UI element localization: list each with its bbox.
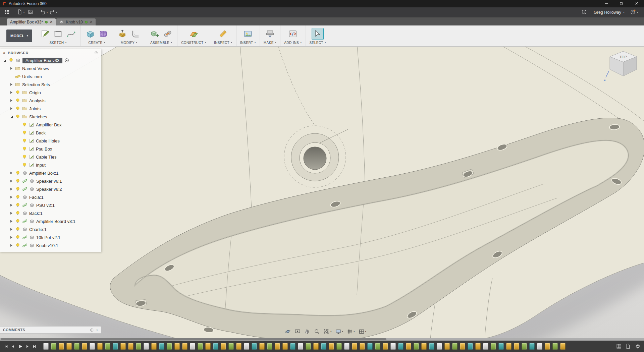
restore-button[interactable] — [614, 0, 629, 7]
ribbon-menu-sketch[interactable]: SKETCH▾ — [49, 41, 66, 45]
timeline-feature-extrude[interactable] — [59, 343, 64, 350]
timeline-feature-sketch[interactable] — [336, 343, 342, 350]
bulb-icon[interactable] — [22, 154, 27, 160]
timeline-feature-joint[interactable] — [498, 343, 504, 350]
minimize-button[interactable] — [599, 0, 614, 7]
browser-root-item[interactable]: Amplifier Box v33 — [0, 56, 101, 64]
timeline-feature-sketch[interactable] — [414, 343, 419, 350]
comments-bar[interactable]: COMMENTS › — [0, 326, 101, 334]
timeline-option-doc-icon[interactable] — [625, 343, 631, 349]
form-button[interactable] — [98, 28, 109, 40]
timeline-feature-component[interactable] — [437, 343, 442, 350]
timeline-feature-extrude[interactable] — [120, 343, 126, 350]
timeline-feature-component[interactable] — [344, 343, 350, 350]
bulb-icon[interactable] — [15, 243, 20, 248]
expander-icon[interactable] — [9, 115, 13, 119]
bulb-icon[interactable] — [22, 162, 27, 168]
decal-button[interactable] — [242, 28, 254, 40]
timeline-feature-component[interactable] — [298, 343, 303, 350]
bulb-icon[interactable] — [15, 170, 20, 176]
timeline-feature-joint[interactable] — [159, 343, 164, 350]
timeline-feature-extrude[interactable] — [360, 343, 365, 350]
browser-item-facia-1[interactable]: Facia:1 — [0, 193, 101, 201]
new-component-button[interactable] — [149, 28, 160, 40]
timeline-feature-joint[interactable] — [113, 343, 118, 350]
fillet-button[interactable] — [130, 28, 141, 40]
timeline-feature-extrude[interactable] — [128, 343, 133, 350]
timeline-feature-joint[interactable] — [367, 343, 373, 350]
browser-item-cable-holes[interactable]: Cable Holes — [0, 137, 101, 145]
timeline-feature-extrude[interactable] — [66, 343, 72, 350]
timeline-feature-extrude[interactable] — [383, 343, 388, 350]
bulb-icon[interactable] — [22, 122, 27, 127]
timeline-feature-extrude[interactable] — [460, 343, 465, 350]
timeline-feature-extrude[interactable] — [282, 343, 288, 350]
timeline-feature-sketch[interactable] — [267, 343, 272, 350]
timeline-feature-sketch[interactable] — [522, 343, 527, 350]
plane-button[interactable] — [188, 28, 200, 40]
close-button[interactable] — [629, 0, 644, 7]
collapse-panel-icon[interactable]: « — [3, 51, 5, 55]
timeline-option-grid-icon[interactable] — [616, 343, 622, 349]
browser-item-psu-v2-1[interactable]: PSU v2:1 — [0, 201, 101, 209]
timeline-feature-sketch[interactable] — [198, 343, 203, 350]
timeline-feature-component[interactable] — [144, 343, 149, 350]
browser-item-input[interactable]: Input — [0, 161, 101, 169]
timeline-settings-gear-icon[interactable] — [634, 342, 641, 350]
timeline-play-button[interactable] — [17, 342, 24, 350]
bulb-icon[interactable] — [22, 138, 27, 143]
expander-icon[interactable] — [9, 219, 13, 223]
timeline-feature-extrude[interactable] — [406, 343, 411, 350]
orbit-button[interactable] — [283, 328, 292, 335]
browser-item-back[interactable]: Back — [0, 129, 101, 137]
timeline-feature-joint[interactable] — [290, 343, 296, 350]
timeline-feature-extrude[interactable] — [275, 343, 280, 350]
add-comment-icon[interactable] — [90, 328, 94, 332]
timeline-feature-extrude[interactable] — [514, 343, 519, 350]
browser-item-analysis[interactable]: Analysis — [0, 97, 101, 105]
bulb-icon[interactable] — [15, 90, 20, 95]
browser-item-named-views[interactable]: Named Views — [0, 64, 101, 72]
timeline-feature-sketch[interactable] — [452, 343, 458, 350]
timeline-feature-sketch[interactable] — [74, 343, 79, 350]
grid-display-button[interactable]: ▾ — [345, 328, 356, 335]
browser-item-knob-v10-1[interactable]: Knob v10:1 — [0, 241, 101, 249]
timeline-feature-sketch[interactable] — [105, 343, 110, 350]
timeline-feature-extrude[interactable] — [221, 343, 226, 350]
expander-icon[interactable] — [9, 211, 13, 215]
ribbon-menu-insert[interactable]: INSERT▾ — [240, 41, 256, 45]
expand-comments-icon[interactable]: › — [96, 328, 98, 332]
browser-item-speaker-v6-2[interactable]: Speaker v6:2 — [0, 185, 101, 193]
timeline-feature-joint[interactable] — [529, 343, 535, 350]
timeline-scrollbar[interactable] — [0, 338, 644, 341]
timeline-feature-sketch[interactable] — [51, 343, 56, 350]
timeline-feature-joint[interactable] — [252, 343, 257, 350]
tab-close-icon[interactable]: ✕ — [50, 20, 53, 24]
expander-icon[interactable] — [9, 235, 13, 239]
expander-icon[interactable] — [9, 195, 13, 199]
redo-button[interactable]: ▾ — [49, 8, 58, 17]
browser-item-speaker-v6-1[interactable]: Speaker v6:1 — [0, 177, 101, 185]
timeline-feature-joint[interactable] — [429, 343, 434, 350]
expander-icon[interactable] — [9, 203, 13, 207]
display-button[interactable]: ▾ — [334, 328, 345, 335]
timeline-feature-extrude[interactable] — [560, 343, 566, 350]
file-menu-button[interactable]: ▾ — [16, 8, 25, 17]
browser-item-10k-pot-v2-1[interactable]: 10k Pot v2:1 — [0, 233, 101, 241]
browser-item-amplifier-box-1[interactable]: Amplifier Box:1 — [0, 169, 101, 177]
timeline-feature-extrude[interactable] — [174, 343, 180, 350]
bulb-icon[interactable] — [15, 211, 20, 216]
fit-button[interactable]: ▾ — [322, 328, 333, 335]
bulb-icon[interactable] — [22, 130, 27, 135]
help-menu-button[interactable]: ?▾ — [630, 8, 639, 17]
timeline-scrollbar-thumb[interactable] — [1, 338, 386, 340]
viewports-button[interactable]: ▾ — [357, 328, 368, 335]
print3d-button[interactable] — [264, 28, 276, 40]
create-sketch-button[interactable] — [39, 28, 51, 40]
timeline-feature-extrude[interactable] — [236, 343, 241, 350]
ribbon-menu-create[interactable]: CREATE▾ — [88, 41, 105, 45]
timeline-feature-joint[interactable] — [468, 343, 473, 350]
panel-options-icon[interactable] — [94, 51, 98, 55]
timeline-feature-extrude[interactable] — [151, 343, 157, 350]
bulb-icon[interactable] — [15, 227, 20, 232]
